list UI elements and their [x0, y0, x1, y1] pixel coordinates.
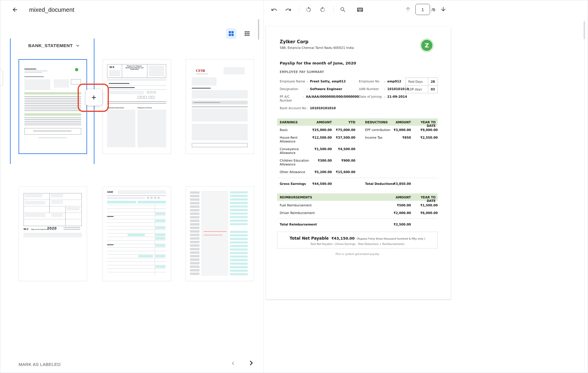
thumbnail-form-title: Request for Taxpayer Identification Numb…: [123, 65, 146, 70]
thumbnail-cfsb[interactable]: CFSB: [186, 59, 254, 154]
lop-days-row: LOP days03: [406, 85, 437, 93]
info-field: Designation:Software Engineer: [280, 87, 359, 91]
thumbnail-preview: 1040: [103, 187, 171, 281]
info-field: Date of Joining:21-09-2014: [359, 95, 418, 99]
thumbnail-form-caption: Wage and Tax Statement: [31, 229, 47, 230]
earnings-row: House Rent Allowance₹12,500.00₹37,500.00: [277, 133, 355, 145]
thumbnail-preview: [186, 187, 254, 281]
earnings-deductions-table: EARNINGS AMOUNT YTD DEDUCTIONS AMOUNT YE…: [277, 118, 438, 256]
thumbnail-preview: W-2 Wage and Tax Statement 2020: [19, 187, 87, 281]
thumbnail-form-label: W-9: [109, 66, 114, 69]
view-toggles: [226, 28, 252, 39]
company-name: Zylker Corp: [280, 39, 354, 44]
add-page-to-group-button[interactable]: +: [86, 89, 102, 106]
toolbar-divider: [333, 6, 334, 14]
earnings-row: Other Allowance₹5,200.00₹15,600.00: [277, 168, 355, 175]
arrow-down-icon: [440, 6, 447, 12]
reimbursements-header: REIMBURSEMENTS AMOUNT YEAR TO DATE: [277, 193, 438, 201]
viewer-scrollbar-track[interactable]: [584, 19, 584, 372]
group-range-start-line: [10, 39, 11, 164]
chevron-down-icon: [75, 43, 80, 48]
chevron-left-icon: [229, 360, 236, 367]
thumbnail-preview: W-9 Request for Taxpayer Identification …: [103, 59, 171, 154]
thumbnail-payslip[interactable]: [19, 59, 87, 154]
thumbnail-section-label: Purpose of Form: [138, 107, 152, 109]
undo-icon: [271, 6, 277, 13]
thumbnail-w9[interactable]: W-9 Request for Taxpayer Identification …: [103, 59, 171, 154]
deductions-row: EPF contribution₹3,000.00₹9,000.00: [365, 126, 438, 133]
keyboard-icon: [357, 6, 364, 13]
rotate-left-icon: [305, 6, 312, 13]
previous-page-button[interactable]: [405, 6, 411, 13]
thumbnail-bank-logo-text: CFSB: [196, 69, 205, 73]
company-logo: Z: [421, 40, 432, 51]
prev-group-button[interactable]: [229, 360, 236, 368]
left-panel: mixed_document BANK_STATEMENT: [0, 0, 264, 373]
net-payable-box: Total Net Payable₹43,150.00(Rupees Forty…: [277, 232, 438, 248]
payslip-footer-note: -This is system generated payslip-: [277, 253, 438, 256]
thumbnail-form-label: 1040: [107, 191, 113, 194]
arrow-left-icon: [12, 6, 18, 13]
payslip-title: Payslip for the month of June, 2020: [280, 61, 438, 65]
reimbursement-total-row: Total Reimbursement₹2,500.00: [277, 218, 438, 226]
net-payable-formula: Total Net Payable= ((Gross Earnings - To…: [279, 243, 436, 246]
paid-days-row: Paid Days28: [406, 78, 437, 85]
redo-icon: [285, 6, 291, 13]
rotate-left-button[interactable]: [302, 3, 315, 16]
thumbnail-1040[interactable]: 1040: [103, 186, 171, 281]
earnings-row: Conveyance Allowance₹1,500.00₹4,500.00: [277, 145, 355, 156]
scrollbar-thumb[interactable]: [258, 19, 259, 40]
arrow-up-icon: [405, 6, 411, 12]
thumbnail-form-label: W-2: [24, 228, 28, 231]
search-button[interactable]: [337, 3, 349, 16]
left-footer: MARK AS LABELED: [0, 356, 264, 373]
page-navigator: /6: [405, 4, 447, 15]
thumbnail-w2[interactable]: W-2 Wage and Tax Statement 2020: [19, 186, 87, 281]
keyboard-shortcuts-button[interactable]: [354, 3, 367, 16]
net-payable-value: ₹43,150.00: [331, 236, 354, 241]
dense-grid-view-button[interactable]: [242, 28, 252, 39]
thumbnail-section-label: General Instructions: [107, 107, 124, 109]
mark-as-labeled-button[interactable]: MARK AS LABELED: [19, 362, 61, 367]
info-field: Employee Name:Preet Setty, emp012: [280, 79, 359, 83]
next-page-button[interactable]: [440, 6, 447, 13]
paid-days-box: Paid Days28 LOP days03: [405, 77, 438, 93]
thumbnail-area: BANK_STATEMENT: [0, 19, 264, 356]
net-payable-words: (Rupees Forty three thousand hundred & f…: [357, 237, 425, 240]
rotate-right-button[interactable]: [316, 3, 329, 16]
thumbnail-preview: CFSB: [186, 59, 254, 154]
document-page[interactable]: Zylker Corp 588, Estancia Chennai Tamil …: [266, 26, 451, 299]
undo-button[interactable]: [268, 3, 281, 16]
redo-button[interactable]: [282, 3, 295, 16]
next-group-button[interactable]: [246, 358, 256, 369]
company-address: 588, Estancia Chennai Tamil Nadu 600021 …: [280, 46, 354, 49]
earnings-row: Children Education Allowance₹300.00₹900.…: [277, 156, 355, 168]
deductions-row: Income Tax₹850₹2,550.00: [365, 133, 438, 141]
info-field: Bank Account No:101010101010: [280, 106, 359, 110]
thumbnail-tax-form[interactable]: [186, 186, 254, 281]
reimbursement-row: Fuel Reimbursement₹500.00₹1,500.00: [277, 201, 438, 208]
panel-collapse-handle[interactable]: [0, 69, 3, 86]
thumbnail-preview: [19, 60, 86, 153]
viewer-toolbar: /6: [264, 0, 588, 19]
page-total-label: /6: [432, 7, 435, 12]
earnings-deductions-header: EARNINGS AMOUNT YTD DEDUCTIONS AMOUNT YE…: [277, 118, 438, 126]
pay-summary-heading: EMPLOYEE PAY SUMMARY: [280, 70, 438, 74]
app-root: mixed_document BANK_STATEMENT: [0, 0, 588, 373]
reimbursement-row: Driver Reimbursement₹2,000.00₹6,000.00: [277, 208, 438, 216]
payslip-header: Zylker Corp 588, Estancia Chennai Tamil …: [280, 39, 438, 51]
chevron-right-icon: [246, 358, 256, 368]
grid-3x3-icon: [244, 30, 250, 37]
group-label-bank-statement[interactable]: BANK_STATEMENT: [28, 43, 80, 48]
employee-info: Employee Name:Preet Setty, emp012 Design…: [280, 79, 438, 114]
viewer-scrollbar-thumb[interactable]: [584, 21, 585, 39]
grid-view-button[interactable]: [226, 28, 236, 39]
page-number-input[interactable]: [415, 4, 430, 15]
grid-2x2-icon: [228, 30, 234, 37]
info-field: PF A/C Number:AA/AAA/0000000/000/0000000: [280, 95, 359, 102]
search-icon: [340, 6, 346, 13]
back-button[interactable]: [9, 4, 21, 16]
net-payable-label: Total Net Payable: [290, 236, 329, 241]
thumbnail-year: 2020: [47, 226, 57, 231]
earnings-row: Basic₹25,000.00₹75,000.00: [277, 126, 355, 133]
